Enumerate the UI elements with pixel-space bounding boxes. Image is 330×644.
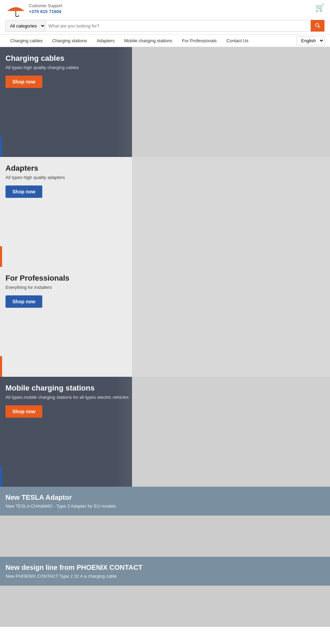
section-for-professionals: For Professionals Everything for install… xyxy=(0,267,330,377)
news-image-phoenix xyxy=(0,586,330,627)
nav-item-contact-us[interactable]: Contact Us xyxy=(222,35,253,47)
category-select[interactable]: All categories xyxy=(6,20,46,32)
shop-now-button-charging-cables[interactable]: Shop now xyxy=(6,76,42,88)
hero-content-mobile-charging: Mobile charging stations All types mobil… xyxy=(6,384,129,418)
news-subtitle-phoenix: New PHOENIX CONTACT Type 2 32 A a chargi… xyxy=(6,574,324,579)
section-subtitle-adapters: All types high quality adapters xyxy=(6,175,65,180)
news-image-tesla xyxy=(0,516,330,557)
accent-bar-adapters xyxy=(0,246,2,267)
section-subtitle-charging-cables: All types high quality charging cables xyxy=(6,65,79,70)
section-title-adapters: Adapters xyxy=(6,164,65,173)
search-input[interactable] xyxy=(46,20,311,32)
nav-item-adapters[interactable]: Adapters xyxy=(92,35,119,47)
hero-content-charging-cables: Charging cables All types high quality c… xyxy=(6,54,79,88)
section-title-mobile-charging: Mobile charging stations xyxy=(6,384,129,393)
section-title-for-professionals: For Professionals xyxy=(6,274,69,283)
search-button[interactable] xyxy=(311,20,324,32)
customer-support-label: Customer Support xyxy=(29,3,62,8)
news-title-tesla: New TESLA Adaptor xyxy=(6,494,324,501)
section-image-for-professionals xyxy=(132,267,330,377)
section-image-charging-cables xyxy=(132,47,330,157)
nav-item-charging-cables[interactable]: Charging cables xyxy=(6,35,47,47)
nav-bar: Charging cables Charging stations Adapte… xyxy=(0,34,330,47)
news-phoenix-contact: New design line from PHOENIX CONTACT New… xyxy=(0,557,330,586)
language-select[interactable]: English xyxy=(297,36,324,45)
support-info: Customer Support +370 615 71604 xyxy=(29,3,62,14)
section-adapters: Adapters All types high quality adapters… xyxy=(0,157,330,267)
section-title-charging-cables: Charging cables xyxy=(6,54,79,63)
nav-item-charging-stations[interactable]: Charging stations xyxy=(47,35,92,47)
logo-area: Customer Support +370 615 71604 🛒 xyxy=(6,3,324,17)
nav-item-for-professionals[interactable]: For Professionals xyxy=(177,35,221,47)
shop-now-button-for-professionals[interactable]: Shop now xyxy=(6,295,42,308)
logo[interactable] xyxy=(6,3,26,17)
header: Customer Support +370 615 71604 🛒 All ca… xyxy=(0,0,330,32)
section-image-mobile-charging xyxy=(132,377,330,487)
shop-now-button-adapters[interactable]: Shop now xyxy=(6,185,42,198)
news-subtitle-tesla: New TESLA CHAdeMO - Type 2 Adapter for E… xyxy=(6,504,324,509)
accent-bar-charging-cables xyxy=(0,136,2,157)
search-row: All categories xyxy=(6,20,324,32)
news-title-phoenix: New design line from PHOENIX CONTACT xyxy=(6,564,324,572)
shop-now-button-mobile-charging[interactable]: Shop now xyxy=(6,405,42,418)
search-icon xyxy=(315,23,320,28)
accent-bar-mobile-charging xyxy=(0,466,2,487)
news-tesla-adaptor: New TESLA Adaptor New TESLA CHAdeMO - Ty… xyxy=(0,487,330,516)
customer-support-phone[interactable]: +370 615 71604 xyxy=(29,9,61,14)
nav-item-mobile-charging[interactable]: Mobile charging stations xyxy=(119,35,177,47)
svg-line-4 xyxy=(318,26,320,27)
header-right: 🛒 xyxy=(315,3,324,12)
section-subtitle-mobile-charging: All types mobile charging stations for a… xyxy=(6,395,129,400)
cart-icon[interactable]: 🛒 xyxy=(315,3,324,12)
section-mobile-charging: Mobile charging stations All types mobil… xyxy=(0,377,330,487)
section-charging-cables: Charging cables All types high quality c… xyxy=(0,47,330,157)
hero-content-for-professionals: For Professionals Everything for install… xyxy=(6,274,69,308)
hero-content-adapters: Adapters All types high quality adapters… xyxy=(6,164,65,198)
section-image-adapters xyxy=(132,157,330,267)
accent-bar-for-professionals xyxy=(0,356,2,377)
section-subtitle-for-professionals: Everything for installers xyxy=(6,285,69,290)
